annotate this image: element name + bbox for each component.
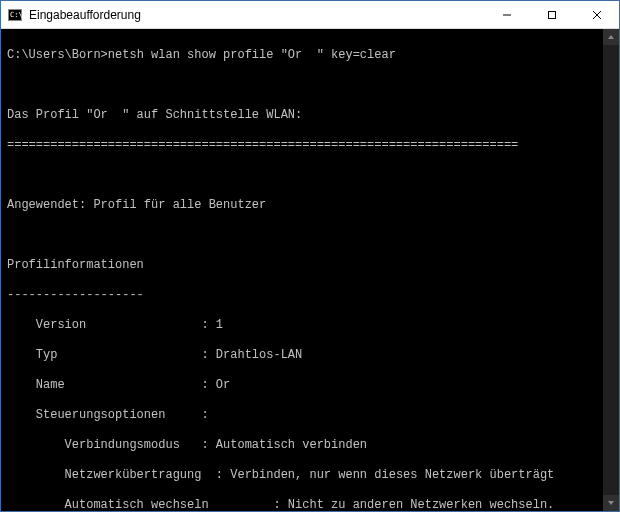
prompt-path: C:\Users\Born> bbox=[7, 48, 108, 62]
label: Name : bbox=[7, 378, 216, 393]
value: Nicht zu anderen Netzwerken wechseln. bbox=[288, 498, 554, 511]
prompt-line: C:\Users\Born>netsh wlan show profile "O… bbox=[7, 48, 613, 63]
titlebar[interactable]: C:\ Eingabeaufforderung bbox=[1, 1, 619, 29]
row-name: Name : Or bbox=[7, 378, 613, 393]
scroll-down-button[interactable] bbox=[603, 495, 619, 511]
maximize-button[interactable] bbox=[529, 1, 574, 28]
label: Netzwerkübertragung : bbox=[7, 468, 230, 483]
terminal-area[interactable]: C:\Users\Born>netsh wlan show profile "O… bbox=[1, 29, 619, 511]
window-controls bbox=[484, 1, 619, 28]
section-profileinfo-title: Profilinformationen bbox=[7, 258, 613, 273]
row-type: Typ : Drahtlos-LAN bbox=[7, 348, 613, 363]
prompt-command: netsh wlan show profile "Or " key=clear bbox=[108, 48, 396, 62]
scroll-up-button[interactable] bbox=[603, 29, 619, 45]
applied-line: Angewendet: Profil für alle Benutzer bbox=[7, 198, 613, 213]
label: Typ : bbox=[7, 348, 216, 363]
row-version: Version : 1 bbox=[7, 318, 613, 333]
svg-rect-3 bbox=[548, 11, 555, 18]
window-title: Eingabeaufforderung bbox=[29, 8, 484, 22]
value: Drahtlos-LAN bbox=[216, 348, 302, 363]
label: Verbindungsmodus : bbox=[7, 438, 216, 453]
label: Automatisch wechseln : bbox=[7, 498, 288, 511]
separator: ========================================… bbox=[7, 138, 613, 153]
scrollbar-track[interactable] bbox=[603, 45, 619, 495]
section-dash: ------------------- bbox=[7, 288, 613, 303]
value: Or bbox=[216, 378, 230, 393]
value: Automatisch verbinden bbox=[216, 438, 367, 453]
label: Steuerungsoptionen : bbox=[7, 408, 209, 423]
svg-text:C:\: C:\ bbox=[10, 11, 22, 19]
profile-header: Das Profil "Or " auf Schnittstelle WLAN: bbox=[7, 108, 613, 123]
value: Verbinden, nur wenn dieses Netzwerk über… bbox=[230, 468, 554, 483]
cmd-window: C:\ Eingabeaufforderung C:\Users\Born>ne… bbox=[0, 0, 620, 512]
row-nettrans: Netzwerkübertragung : Verbinden, nur wen… bbox=[7, 468, 613, 483]
label: Version : bbox=[7, 318, 216, 333]
vertical-scrollbar[interactable] bbox=[603, 29, 619, 511]
svg-marker-8 bbox=[608, 35, 614, 39]
row-ctrlopts: Steuerungsoptionen : bbox=[7, 408, 613, 423]
row-autoswitch: Automatisch wechseln : Nicht zu anderen … bbox=[7, 498, 613, 511]
minimize-button[interactable] bbox=[484, 1, 529, 28]
close-button[interactable] bbox=[574, 1, 619, 28]
svg-marker-9 bbox=[608, 501, 614, 505]
cmd-icon: C:\ bbox=[7, 7, 23, 23]
value: 1 bbox=[216, 318, 223, 333]
row-connmode: Verbindungsmodus : Automatisch verbinden bbox=[7, 438, 613, 453]
